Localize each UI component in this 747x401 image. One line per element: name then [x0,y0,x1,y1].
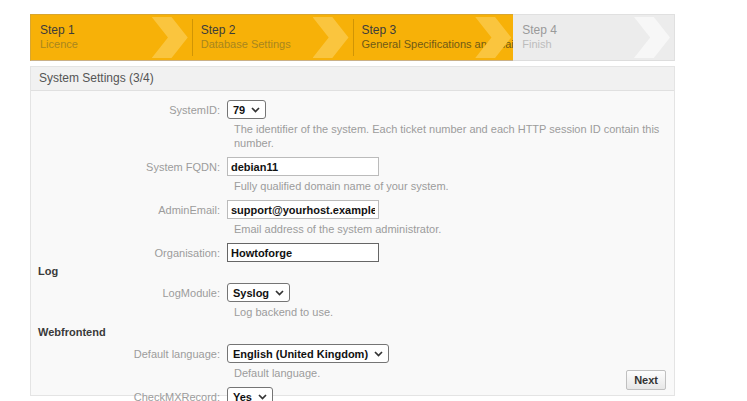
organisation-label: Organisation: [31,247,227,259]
wizard-step-4: Step 4 Finish [513,14,675,61]
installer-page: Step 1 Licence Step 2 Database Settings … [0,0,677,396]
fqdn-description: Fully qualified domain name of your syst… [234,179,666,193]
default-language-select[interactable]: English (United Kingdom) [227,344,389,363]
row-default-language: Default language: English (United Kingdo… [31,344,674,363]
logmodule-label: LogModule: [31,287,227,299]
chevron-down-icon [258,394,267,400]
systemid-value: 79 [233,104,245,116]
chevron-down-icon [251,107,260,113]
default-language-value: English (United Kingdom) [233,348,368,360]
row-logmodule: LogModule: Syslog [31,283,674,302]
system-settings-panel: System Settings (3/4) SystemID: 79 The i… [30,66,675,396]
panel-title: System Settings (3/4) [31,67,674,91]
row-checkmxrecord: CheckMXRecord: Yes [31,387,674,401]
section-log: Log [38,265,674,277]
default-language-label: Default language: [31,348,227,360]
next-button[interactable]: Next [626,370,666,390]
checkmxrecord-label: CheckMXRecord: [31,391,227,401]
logmodule-value: Syslog [233,287,269,299]
row-organisation: Organisation: [31,243,674,262]
systemid-label: SystemID: [31,104,227,116]
wizard-step-2: Step 2 Database Settings [192,14,353,61]
wizard-step-3-current: Step 3 General Specifications and Mail S… [353,14,514,61]
settings-form: SystemID: 79 The identifier of the syste… [31,91,674,401]
logmodule-select[interactable]: Syslog [227,283,290,302]
default-language-description: Default language. [234,366,666,380]
checkmxrecord-value: Yes [233,391,252,401]
section-webfrontend: Webfrontend [38,326,674,338]
logmodule-description: Log backend to use. [234,305,666,319]
row-systemid: SystemID: 79 [31,100,674,119]
chevron-down-icon [275,290,284,296]
fqdn-label: System FQDN: [31,161,227,173]
organisation-input[interactable] [227,243,379,262]
systemid-select[interactable]: 79 [227,100,266,119]
checkmxrecord-select[interactable]: Yes [227,387,273,401]
row-fqdn: System FQDN: [31,157,674,176]
chevron-down-icon [374,351,383,357]
row-adminemail: AdminEmail: [31,200,674,219]
adminemail-description: Email address of the system administrato… [234,222,666,236]
adminemail-input[interactable] [227,200,379,219]
wizard-step-1: Step 1 Licence [30,14,192,61]
adminemail-label: AdminEmail: [31,204,227,216]
wizard-step-bar: Step 1 Licence Step 2 Database Settings … [30,14,675,61]
systemid-description: The identifier of the system. Each ticke… [234,122,666,150]
fqdn-input[interactable] [227,157,379,176]
